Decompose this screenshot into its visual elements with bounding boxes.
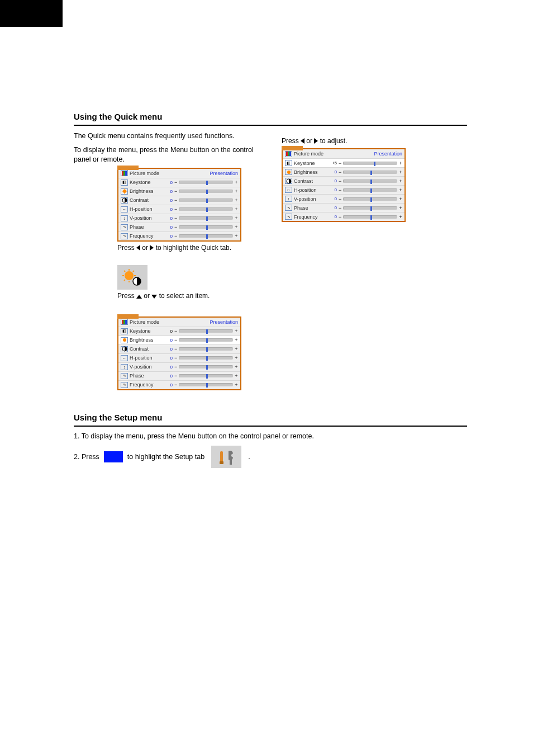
right-arrow-icon [150,245,154,251]
section-title: Using the Setup menu [74,413,467,422]
divider [74,125,467,126]
svg-rect-31 [220,461,223,464]
brightness-icon [121,188,128,195]
phase-icon: ∿ [121,373,128,379]
slider [179,181,233,184]
screwdriver-wrench-icon [211,446,241,468]
brightness-icon [285,169,292,175]
vposition-icon: ↕ [285,196,292,202]
caption: Press or to highlight the Quick tab. [117,244,259,252]
svg-rect-0 [122,171,123,176]
contrast-icon [285,178,292,184]
osd-panel: Picture mode Presentation ◧Keystone0−+ B… [117,168,241,242]
svg-marker-29 [105,451,123,462]
svg-rect-25 [288,152,289,156]
caption: Press or to select an item. [117,292,259,300]
picture-mode-icon [285,151,292,157]
phase-icon: ∿ [121,224,128,230]
svg-rect-19 [122,320,123,324]
vposition-icon: ↕ [121,364,128,370]
intro-text: The Quick menu contains frequently used … [74,131,259,141]
left-column: The Quick menu contains frequently used … [74,131,259,390]
right-arrow-icon [314,138,318,144]
quick-menu-section: Using the Quick menu The Quick menu cont… [74,112,467,390]
osd-panel: Picture modePresentation ◧Keystone0−+ Br… [117,316,241,390]
section-title: Using the Quick menu [74,112,467,121]
osd-mode-value: Presentation [210,171,238,176]
right-column: Press or to adjust. Picture modePresenta… [282,131,467,390]
svg-point-22 [123,338,126,342]
brightness-icon [121,337,128,343]
osd-row-picture-mode: Picture mode Presentation [118,169,240,178]
left-arrow-icon [136,245,140,251]
osd-active-tab [282,146,303,150]
osd-row: Brightness0−+ [118,187,240,196]
keystone-icon: ◧ [121,179,128,186]
brightness-contrast-icon [117,265,147,290]
osd-row: ◧Keystone0−+ [118,178,240,187]
step-2: 2. Press to highlight the Setup tab . [74,446,467,468]
contrast-icon [121,346,128,352]
left-arrow-icon [301,138,304,144]
svg-point-27 [287,171,291,174]
osd-row: ∿Phase0−+ [118,223,240,231]
osd-panel: Picture modePresentation ◧Keystone+5−+ B… [282,148,406,222]
open-menu-text: To display the menu, press the Menu butt… [74,145,259,164]
frequency-icon: ∿ [121,382,128,388]
svg-rect-24 [286,152,288,156]
svg-line-16 [133,271,134,272]
svg-rect-26 [289,152,291,156]
step-1: 1. To display the menu, press the Menu b… [74,432,467,440]
osd-active-tab [117,166,139,170]
osd-row: ∿Frequency0−+ [118,231,240,240]
hposition-icon: ↔ [285,187,292,193]
picture-mode-icon [121,170,128,176]
contrast-icon [121,197,128,204]
right-arrow-button[interactable] [104,451,123,462]
osd-row: ↔H-position0−+ [118,205,240,214]
svg-line-17 [124,280,125,281]
phase-icon: ∿ [285,205,292,211]
setup-menu-section: Using the Setup menu 1. To display the m… [74,413,467,468]
down-arrow-icon [151,295,157,299]
frequency-icon: ∿ [285,214,292,220]
svg-rect-1 [123,171,125,176]
hposition-icon: ↔ [121,206,128,212]
svg-rect-2 [125,171,127,176]
svg-rect-30 [220,451,223,462]
svg-line-14 [124,271,125,272]
picture-mode-icon [121,319,128,325]
caption: Press or to adjust. [282,137,467,145]
divider [74,426,467,427]
osd-row: ↕V-position0−+ [118,214,240,223]
vposition-icon: ↕ [121,215,128,221]
svg-rect-20 [123,320,125,324]
osd-label: Picture mode [130,171,161,176]
hposition-icon: ↔ [121,355,128,361]
up-arrow-icon [136,295,142,299]
frequency-icon: ∿ [121,233,128,239]
keystone-icon: ◧ [285,160,292,166]
page-corner-tab [0,0,63,27]
svg-point-3 [123,190,126,193]
osd-active-tab [117,314,139,319]
svg-point-9 [125,271,134,280]
svg-rect-32 [230,458,232,465]
svg-rect-21 [125,320,127,324]
osd-row: Contrast0−+ [118,196,240,205]
keystone-icon: ◧ [121,328,128,334]
